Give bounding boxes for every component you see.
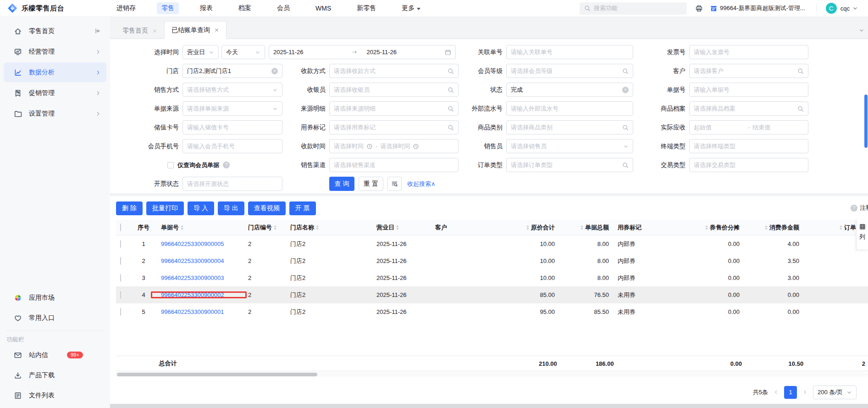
reset-button[interactable]: 重 置 xyxy=(359,177,383,191)
store-select[interactable]: 门店2,测试门店1× xyxy=(182,64,282,78)
note-link[interactable]: ? 注释 xyxy=(851,204,868,212)
sale-channel-input[interactable]: 请选择销售渠道 xyxy=(329,158,459,172)
col-header-doc-no[interactable]: 单据号 xyxy=(155,224,243,232)
printer-icon[interactable] xyxy=(695,5,703,12)
sidebar-item-business-mgmt[interactable]: 经营管理 xyxy=(4,42,106,61)
nav-purchase-sale-stock[interactable]: 进销存 xyxy=(112,2,140,14)
sidebar-item-inbox[interactable]: 站内信 99+ xyxy=(4,345,106,365)
column-settings-button[interactable]: 列 xyxy=(856,219,868,250)
row-checkbox[interactable] xyxy=(120,308,121,316)
close-icon[interactable] xyxy=(214,28,219,33)
nav-members[interactable]: 会员 xyxy=(272,2,294,14)
page-size-select[interactable]: 200 条/页 xyxy=(813,386,857,399)
avatar[interactable]: C xyxy=(826,3,837,14)
vertical-scrollbar-thumb[interactable] xyxy=(864,95,868,148)
page-number-button[interactable]: 1 xyxy=(784,386,797,399)
doc-no-link[interactable]: 9966402253300900005 xyxy=(161,240,224,247)
doc-no-input[interactable]: 请输入单据号 xyxy=(689,83,808,97)
nav-more[interactable]: 更多 xyxy=(397,2,425,14)
doc-source-select[interactable]: 请选择单据来源 xyxy=(182,101,282,116)
sidebar-item-retail-home[interactable]: 零售首页 xyxy=(4,21,106,41)
status-select[interactable]: 完成× xyxy=(506,83,633,97)
sort-icon[interactable] xyxy=(765,225,768,230)
date-range-picker[interactable]: 2025-11-26 2025-11-26 xyxy=(269,45,456,59)
doc-no-link[interactable]: 9966402253300900002 xyxy=(161,291,224,298)
select-all-checkbox[interactable] xyxy=(120,224,121,231)
row-checkbox[interactable] xyxy=(120,274,121,282)
related-no-input[interactable]: 请输入关联单号 xyxy=(506,45,633,59)
col-header-orig-total[interactable]: 原价合计 xyxy=(494,224,560,232)
doc-no-link[interactable]: 9966402253300900001 xyxy=(161,308,224,315)
invoice-status-input[interactable]: 请选择开票状态 xyxy=(182,177,282,191)
sort-icon[interactable] xyxy=(705,225,708,230)
invoice-no-input[interactable]: 请输入发票号 xyxy=(689,45,808,59)
goods-file-select[interactable]: 请选择商品档案 xyxy=(689,101,808,116)
invoice-button[interactable]: 开 票 xyxy=(289,201,316,215)
nav-archives[interactable]: 档案 xyxy=(234,2,256,14)
prev-page-chevron-icon[interactable] xyxy=(774,390,779,395)
col-header-store-code[interactable]: 门店编号 xyxy=(243,224,285,232)
import-button[interactable]: 导 入 xyxy=(188,201,214,215)
sort-icon[interactable] xyxy=(526,225,529,230)
sort-icon[interactable] xyxy=(274,225,276,230)
member-only-checkbox[interactable] xyxy=(167,162,174,168)
search-button[interactable]: 查 询 xyxy=(329,177,354,191)
collapse-search-link[interactable]: 收起搜索∧ xyxy=(407,180,436,188)
clear-icon[interactable]: × xyxy=(271,68,278,74)
chevron-down-icon[interactable] xyxy=(852,6,858,11)
salesman-select[interactable]: 请选择销售员 xyxy=(506,139,633,153)
col-header-store-name[interactable]: 门店名称 xyxy=(285,224,371,232)
sort-icon[interactable] xyxy=(181,225,183,230)
nav-retail[interactable]: 零售 xyxy=(157,2,179,14)
close-icon[interactable] xyxy=(152,28,157,34)
sidebar-item-file-list[interactable]: 文件列表 xyxy=(4,386,106,405)
sort-icon[interactable] xyxy=(581,225,583,230)
coupon-flag-select[interactable]: 请选择用券标记 xyxy=(329,120,459,134)
search-scheme-icon-button[interactable] xyxy=(387,177,402,191)
delete-button[interactable]: 删 除 xyxy=(116,201,143,215)
col-header-coupon-amount[interactable]: 消费券金额 xyxy=(745,224,805,232)
help-icon[interactable]: ? xyxy=(223,162,230,168)
row-checkbox[interactable] xyxy=(120,240,121,248)
sidebar-item-app-market[interactable]: 应用市场 xyxy=(4,288,106,307)
row-checkbox[interactable] xyxy=(120,291,121,299)
sidebar-item-product-download[interactable]: 产品下载 xyxy=(4,365,106,385)
doc-no-link[interactable]: 9966402253300900004 xyxy=(161,257,224,264)
export-button[interactable]: 导 出 xyxy=(218,201,244,215)
nav-reports[interactable]: 报表 xyxy=(195,2,217,14)
customer-select[interactable]: 请选择客户 xyxy=(689,64,808,78)
stored-card-input[interactable]: 请输入储值卡号 xyxy=(182,120,282,134)
trade-type-input[interactable]: 请选择交易类型 xyxy=(689,158,808,172)
batch-print-button[interactable]: 批量打印 xyxy=(146,201,184,215)
order-type-select[interactable]: 请选择订单类型 xyxy=(506,158,633,172)
sale-method-select[interactable]: 请选择销售方式 xyxy=(182,83,282,97)
horizontal-scrollbar[interactable] xyxy=(116,372,868,377)
tenant-switcher[interactable]: 99664-新界面商超版测试-管理... xyxy=(710,4,805,12)
external-no-input[interactable]: 请输入外部流水号 xyxy=(506,101,633,116)
actual-amount-range-input[interactable]: 起始值 - 结束值 xyxy=(689,120,808,134)
col-header-biz-date[interactable]: 营业日 xyxy=(371,224,430,232)
view-video-button[interactable]: 查看视频 xyxy=(248,201,286,215)
sidebar-item-settings-mgmt[interactable]: 设置管理 xyxy=(4,104,106,123)
sort-icon[interactable] xyxy=(396,225,399,230)
date-preset-select[interactable]: 今天 xyxy=(221,45,265,59)
function-search-input[interactable]: 搜索功能 xyxy=(580,2,687,15)
doc-no-link[interactable]: 9966402253300900003 xyxy=(161,274,224,281)
tab-retail-home[interactable]: 零售首页 xyxy=(116,23,164,39)
sidebar-collapse-icon[interactable] xyxy=(94,28,101,34)
cashier-select[interactable]: 请选择收银员 xyxy=(329,83,459,97)
row-checkbox[interactable] xyxy=(120,257,121,265)
tab-settled-bill-query[interactable]: 已结账单查询 xyxy=(164,21,227,39)
sidebar-item-promotion-mgmt[interactable]: 促销管理 xyxy=(4,83,106,103)
pay-method-select[interactable]: 请选择收款方式 xyxy=(329,64,459,78)
nav-wms[interactable]: WMS xyxy=(311,3,336,14)
source-detail-select[interactable]: 请选择来源明细 xyxy=(329,101,459,116)
clear-icon[interactable]: × xyxy=(622,87,629,93)
horizontal-scrollbar-thumb[interactable] xyxy=(117,373,317,376)
sort-icon[interactable] xyxy=(840,225,842,230)
col-header-doc-total[interactable]: 单据总额 xyxy=(560,224,614,232)
member-level-select[interactable]: 请选择会员等级 xyxy=(506,64,633,78)
sidebar-item-favorites[interactable]: 常用入口 xyxy=(4,308,106,328)
nav-new-retail[interactable]: 新零售 xyxy=(352,2,381,14)
sort-icon[interactable] xyxy=(316,225,319,230)
